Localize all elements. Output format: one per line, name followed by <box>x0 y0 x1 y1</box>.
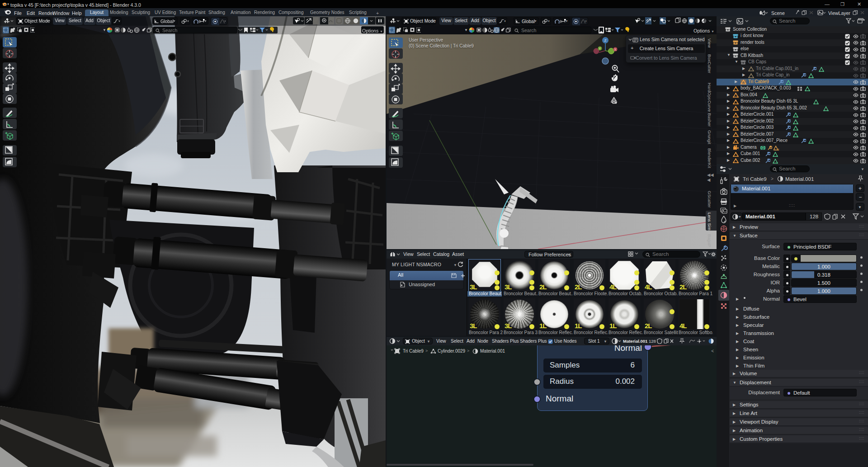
svg-text:2: 2 <box>778 148 779 151</box>
svg-text:Y: Y <box>599 47 601 50</box>
svg-text:X: X <box>614 48 617 51</box>
svg-text:Z: Z <box>604 38 607 42</box>
